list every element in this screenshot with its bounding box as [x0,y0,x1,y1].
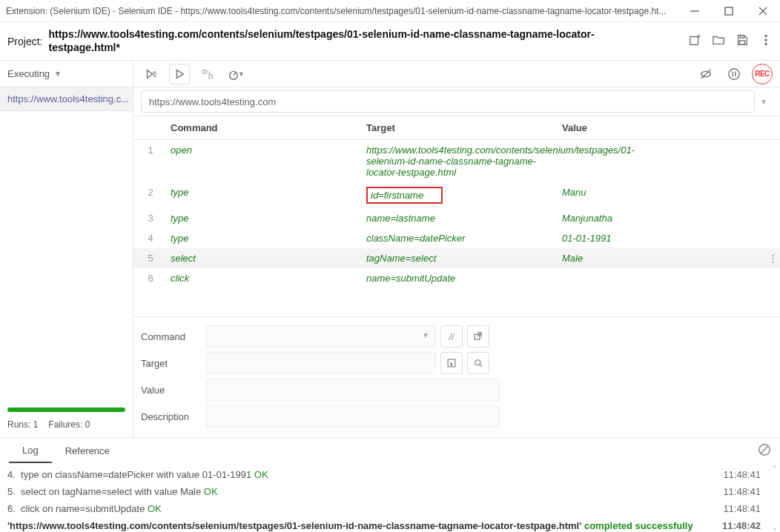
bottom-panel: Log Reference 4. type on className=dateP… [0,437,780,532]
run-stats: Runs: 1 Failures: 0 [0,416,133,437]
row-number: 5 [133,253,168,264]
record-button[interactable]: REC [752,64,773,84]
cell-value: Male [562,253,765,264]
log-time: 11:48:41 [723,469,773,480]
failures-count: Failures: 0 [48,419,90,430]
content-area: Executing ▼ https://www.tools4testing.c.… [0,61,780,437]
test-suite-dropdown[interactable]: Executing ▼ [0,61,133,87]
row-number: 2 [133,187,168,198]
scroll-down-icon: ˅ [773,528,776,532]
editor-target-field[interactable] [206,352,436,374]
editor-value-label: Value [141,385,206,396]
editor-description-field[interactable] [206,405,500,428]
svg-line-30 [480,365,482,367]
speed-button[interactable]: ▼ [225,64,246,84]
project-actions [688,33,773,49]
table-row[interactable]: 5 select tagName=select Male ⋮ [133,248,780,268]
select-in-page-icon [446,358,457,368]
side-panel: Executing ▼ https://www.tools4testing.c.… [0,61,133,437]
log-scrollbar[interactable]: ˄ ˅ [770,465,779,532]
window-controls [678,0,780,22]
window-titlebar: Extension: (Selenium IDE) - Selenium IDE… [0,0,780,22]
test-suite-label: Executing [7,68,50,79]
minimize-icon [688,4,701,18]
more-vertical-icon [759,33,773,47]
minimize-button[interactable] [678,0,712,22]
row-number: 4 [133,233,168,244]
disable-breakpoints-icon [699,67,713,81]
chevron-down-icon: ▼ [422,331,429,339]
pause-icon [727,67,741,81]
svg-line-32 [761,445,769,453]
pause-button[interactable] [724,64,744,84]
row-menu-button[interactable]: ⋮ [765,253,780,264]
header-command: Command [168,122,366,133]
command-table: Command Target Value 1 open https://www.… [133,116,780,316]
editor-target-label: Target [141,358,206,369]
close-button[interactable] [746,0,780,22]
log-line: 4. type on className=datePicker with val… [7,466,773,483]
log-list: 4. type on className=datePicker with val… [0,463,780,532]
cell-target: id=firstname [366,187,562,204]
svg-marker-12 [148,70,153,78]
table-row[interactable]: 6 click name=submitUpdate [133,268,780,288]
new-project-button[interactable] [688,33,701,49]
svg-rect-17 [203,70,207,73]
test-item[interactable]: https://www.tools4testing.c... [0,87,133,111]
save-project-button[interactable] [736,33,749,49]
run-current-button[interactable] [169,64,190,84]
run-all-button[interactable] [141,64,162,84]
tab-log[interactable]: Log [9,438,52,463]
cell-value: Manjunatha [562,213,765,224]
cell-target: name=lastname [366,213,562,224]
log-line: 'https://www.tools4testing.com/contents/… [7,517,773,532]
open-project-button[interactable] [712,33,725,49]
bottom-tabs: Log Reference [0,438,780,463]
maximize-button[interactable] [712,0,746,22]
runs-count: Runs: 1 [7,419,38,430]
window-title: Extension: (Selenium IDE) - Selenium IDE… [6,6,678,16]
maximize-icon [722,4,736,18]
close-icon [756,4,770,18]
log-time: 11:48:41 [723,503,773,514]
table-row[interactable]: 1 open https://www.tools4testing.com/con… [133,140,780,182]
log-text: select on tagName=select with value Male [21,486,201,497]
project-bar: Project: https://www.tools4testing.com/c… [0,22,780,61]
play-icon [173,67,186,81]
more-button[interactable] [759,33,773,49]
tab-reference[interactable]: Reference [52,438,123,463]
command-editor: Command ▼ // Target Value [133,316,780,437]
chevron-down-icon: ▼ [238,70,245,78]
svg-rect-1 [725,7,733,15]
step-icon [201,67,214,81]
editor-command-field[interactable]: ▼ [206,325,436,348]
row-number: 3 [133,213,168,224]
toggle-comment-button[interactable]: // [440,325,463,348]
disable-breakpoints-button[interactable] [695,64,716,84]
select-target-button[interactable] [440,352,463,374]
find-target-button[interactable] [467,352,489,374]
cell-command: click [168,273,366,284]
open-reference-button[interactable] [467,325,489,348]
log-index: 4. [7,469,16,480]
log-time: 11:48:41 [723,486,773,497]
base-url-input[interactable] [141,90,755,113]
cell-command: select [168,253,366,264]
cell-command: type [168,187,366,198]
step-button[interactable] [197,64,218,84]
table-row[interactable]: 4 type className=datePicker 01-01-1991 [133,228,780,248]
cell-target: https://www.tools4testing.com/contents/s… [366,144,562,178]
log-time: 11:48:42 [722,520,773,531]
svg-point-19 [230,71,238,79]
header-target: Target [366,122,562,133]
editor-value-field[interactable] [206,379,500,401]
url-dropdown-button[interactable]: ▼ [755,98,773,106]
table-row[interactable]: 2 type id=firstname Manu [133,182,780,208]
clear-log-button[interactable] [758,443,771,459]
table-row[interactable]: 3 type name=lastname Manjunatha [133,208,780,228]
svg-point-10 [765,39,767,41]
header-value: Value [562,122,780,133]
log-status: OK [254,469,268,480]
cell-target: className=datePicker [366,233,562,244]
cell-value: Manu [562,187,765,198]
